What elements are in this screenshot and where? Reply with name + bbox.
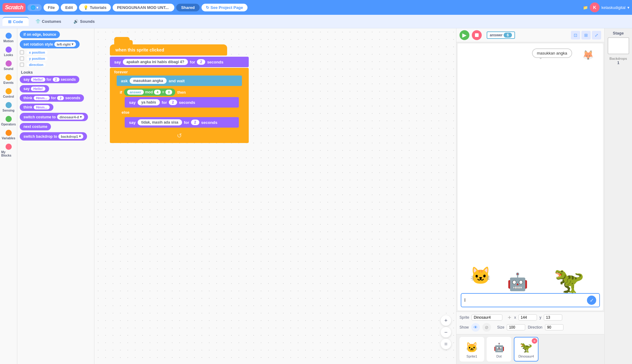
x-label <box>507 315 512 320</box>
zoom-reset-button[interactable]: = <box>441 339 451 349</box>
stage-controls: ▶ answer 6 ⊡ ⊞ ⤢ <box>456 28 604 42</box>
stop-button[interactable] <box>472 30 482 40</box>
main-area: Motion Looks Sound Events Control Sensin… <box>0 28 632 364</box>
answer-oval: answer <box>127 90 144 95</box>
say3-num-oval: 2 <box>191 120 199 125</box>
next-costume-block[interactable]: next costume <box>20 123 51 130</box>
costume-icon: 👕 <box>35 19 40 24</box>
tab-costumes[interactable]: 👕 Costumes <box>30 17 67 26</box>
sprite-item-sprite1[interactable]: 🐱 Sprite1 <box>459 337 484 362</box>
x-position-block[interactable]: x position <box>27 50 48 55</box>
sound-icon: 🔊 <box>73 19 78 24</box>
edit-menu[interactable]: Edit <box>61 4 77 11</box>
stage-canvas[interactable]: masukkan angka 🐱 🤖 🦖 🦊 ✓ <box>458 43 603 310</box>
rotation-style-dropdown[interactable]: left-right ▾ <box>54 42 76 47</box>
say-block-1[interactable]: say apakah angka ini habis dibagi 4? for… <box>110 57 249 67</box>
switch-costume-block[interactable]: switch costume to dinosaur4-d ▾ <box>20 113 88 121</box>
lightbulb-icon: 💡 <box>83 5 88 10</box>
tutorials-btn[interactable]: 💡 Tutorials <box>79 4 111 11</box>
direction-input[interactable] <box>545 324 563 330</box>
y-position-checkbox[interactable] <box>20 56 24 61</box>
sprite-ghost: 🦊 <box>582 50 594 60</box>
sprite-dot-on-stage[interactable]: 🤖 <box>507 272 528 292</box>
if-on-edge-bounce-block[interactable]: if on edge, bounce <box>20 31 60 38</box>
green-flag-button[interactable]: ▶ <box>459 30 469 40</box>
sprite-delete-button[interactable]: ✕ <box>532 338 537 344</box>
ask-block[interactable]: ask masukkan angka and wait <box>117 76 242 86</box>
show-eye-button[interactable]: 👁 <box>471 323 480 332</box>
say2-num-oval: 2 <box>169 100 177 105</box>
direction-block[interactable]: direction <box>27 63 46 67</box>
sensing-dot <box>6 102 12 108</box>
say2-text-oval: ya habis <box>138 99 160 105</box>
small-stage-button[interactable]: ⊡ <box>571 31 580 39</box>
category-sensing[interactable]: Sensing <box>0 100 17 114</box>
category-variables[interactable]: Variables <box>0 128 17 142</box>
y-coord-input[interactable] <box>544 314 562 321</box>
category-myblocks[interactable]: My Blocks <box>0 142 17 159</box>
normal-stage-button[interactable]: ⊞ <box>581 31 591 39</box>
set-rotation-style-block[interactable]: set rotation style left-right ▾ <box>20 40 80 48</box>
sprite-dinosaur-on-stage[interactable]: 🦖 <box>554 266 584 295</box>
category-looks[interactable]: Looks <box>0 45 17 59</box>
think-block[interactable]: think Hmm... <box>20 104 53 111</box>
events-dot <box>6 74 12 80</box>
switch-backdrop-block[interactable]: switch backdrop to backdrop1 ▾ <box>20 132 87 141</box>
scratch-logo[interactable]: Scratch <box>2 3 26 12</box>
forever-block[interactable]: forever ask masukkan angka and wait if a… <box>110 68 249 143</box>
answer-submit-button[interactable]: ✓ <box>587 296 596 305</box>
backdrop-dropdown[interactable]: backdrop1 ▾ <box>58 134 83 139</box>
answer-text-input[interactable] <box>464 298 584 303</box>
category-sound[interactable]: Sound <box>0 59 17 72</box>
myblocks-dot <box>6 144 12 150</box>
dino-image: 🦖 <box>518 341 534 354</box>
backdrop-dropdown-arrow: ▾ <box>79 134 81 138</box>
size-input[interactable] <box>507 324 525 330</box>
direction-checkbox[interactable] <box>20 63 24 67</box>
sprite-item-dinosaur4[interactable]: ✕ 🦖 Dinosaur4 <box>514 337 538 362</box>
control-dot <box>6 88 12 94</box>
blocks-panel: if on edge, bounce set rotation style le… <box>17 28 94 364</box>
say-block[interactable]: say Hello! <box>20 85 49 92</box>
scripts-area[interactable]: when this sprite clicked say apakah angk… <box>94 28 456 364</box>
see-project-button[interactable]: ↻ See Project Page <box>202 4 247 11</box>
show-cross-button[interactable]: ⊘ <box>482 323 491 332</box>
zoom-out-button[interactable]: − <box>441 327 451 337</box>
say-ya-habis-block[interactable]: say ya habis for 2 seconds <box>125 97 239 108</box>
category-motion[interactable]: Motion <box>0 31 17 45</box>
project-title-input[interactable] <box>113 4 174 11</box>
block-categories: Motion Looks Sound Events Control Sensin… <box>0 28 17 364</box>
user-menu[interactable]: K kelaskudigital ▾ <box>590 2 630 12</box>
language-selector[interactable]: 🌐 ▾ <box>27 4 42 11</box>
top-navigation: Scratch 🌐 ▾ File Edit 💡 Tutorials Shared… <box>0 0 632 15</box>
say3-text-oval: tidak, masih ada sisa <box>138 119 182 125</box>
user-dropdown-arrow: ▾ <box>627 5 630 10</box>
save-icon[interactable]: 📁 <box>583 5 588 10</box>
category-control[interactable]: Control <box>0 86 17 100</box>
sprite-cat-on-stage[interactable]: 🐱 <box>470 266 491 286</box>
sprite-name-input[interactable] <box>472 314 502 321</box>
x-coord-input[interactable] <box>518 314 537 321</box>
y-position-block[interactable]: y position <box>27 56 48 61</box>
forever-arrow: ↺ <box>177 132 182 139</box>
say-tidak-block[interactable]: say tidak, masih ada sisa for 2 seconds <box>125 117 239 128</box>
if-block[interactable]: if answer mod 4 = 0 then say <box>117 87 242 130</box>
sprite-item-dot[interactable]: 🤖 Dot <box>487 337 511 362</box>
forever-label: forever <box>114 70 244 74</box>
say-text-oval: Hello! <box>31 77 45 82</box>
costume-dropdown[interactable]: dinosaur4-d ▾ <box>57 114 84 120</box>
stage-backdrop-thumbnail[interactable] <box>608 37 629 54</box>
file-menu[interactable]: File <box>44 4 59 11</box>
answer-variable: answer 6 <box>487 31 515 39</box>
tab-code[interactable]: ⊞ Code <box>2 17 29 26</box>
say-for-seconds-block[interactable]: say Hello! for 2 seconds <box>20 76 79 83</box>
category-operators[interactable]: Operators <box>0 114 17 128</box>
fullscreen-button[interactable]: ⤢ <box>592 31 601 39</box>
speech-bubble: masukkan angka <box>532 48 572 58</box>
tab-sounds[interactable]: 🔊 Sounds <box>68 17 100 26</box>
think-for-seconds-block[interactable]: think Hmm... for 2 seconds <box>20 94 84 102</box>
shared-button[interactable]: Shared <box>176 4 200 11</box>
zoom-in-button[interactable]: + <box>441 315 451 326</box>
x-position-checkbox[interactable] <box>20 50 24 55</box>
category-events[interactable]: Events <box>0 72 17 86</box>
